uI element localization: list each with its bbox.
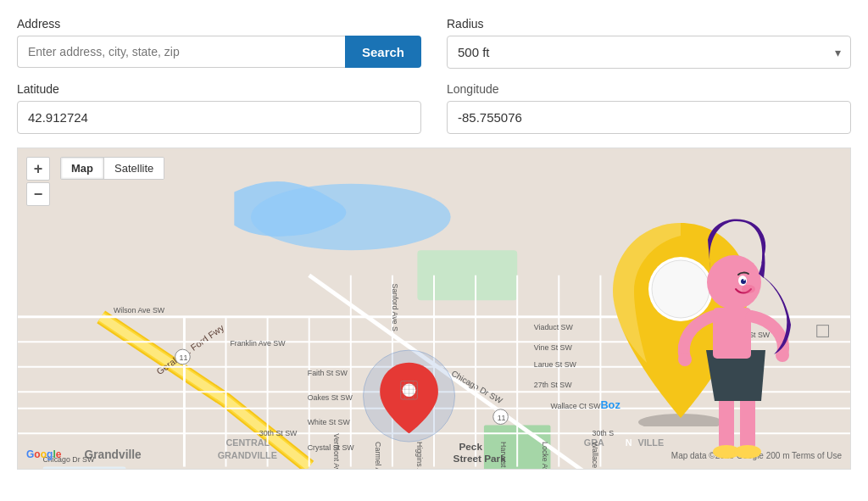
map-type-satellite-button[interactable]: Satellite <box>104 158 164 179</box>
svg-text:VILLE: VILLE <box>638 437 665 448</box>
svg-point-90 <box>742 285 755 293</box>
longitude-group: Longitude <box>447 82 851 134</box>
svg-text:Locke Ave: Locke Ave <box>541 442 549 469</box>
address-input[interactable] <box>17 36 345 68</box>
svg-text:Harvest Ave SW: Harvest Ave SW <box>499 442 508 469</box>
svg-text:11: 11 <box>180 353 188 362</box>
radius-select-wrapper: 500 ft 1000 ft 2000 ft 5000 ft <box>447 36 851 69</box>
map-zoom-controls: + − <box>26 157 50 206</box>
map-type-controls: Map Satellite <box>60 157 164 180</box>
zoom-in-button[interactable]: + <box>26 157 50 181</box>
map-type-map-button[interactable]: Map <box>61 158 103 179</box>
svg-text:White St SW: White St SW <box>308 418 351 426</box>
latitude-input[interactable] <box>17 101 421 134</box>
svg-point-86 <box>707 255 761 309</box>
address-label: Address <box>17 17 421 31</box>
svg-text:Vermont Ave: Vermont Ave <box>332 433 341 469</box>
svg-text:Wilson Ave SW: Wilson Ave SW <box>114 306 165 315</box>
svg-text:Peck: Peck <box>459 441 482 452</box>
svg-point-84 <box>678 353 692 366</box>
svg-text:Carmel Ave: Carmel Ave <box>374 442 382 469</box>
map-container[interactable]: Gerald R. Ford Fwy Chicago Dr SW <box>17 148 851 470</box>
google-logo: Google <box>26 448 61 460</box>
svg-point-81 <box>734 445 761 459</box>
character-illustration <box>664 198 799 469</box>
svg-text:27th St SW: 27th St SW <box>534 381 572 389</box>
latitude-label: Latitude <box>17 82 421 96</box>
svg-text:Crystal St SW: Crystal St SW <box>308 443 355 452</box>
svg-point-88 <box>741 279 746 284</box>
svg-text:30th S: 30th S <box>593 429 615 437</box>
svg-point-89 <box>743 279 745 281</box>
svg-text:30th St SW: 30th St SW <box>259 429 298 437</box>
address-group: Address Search <box>17 17 421 69</box>
svg-rect-48 <box>42 467 125 469</box>
svg-text:Higgins Ave: Higgins Ave <box>415 442 424 469</box>
svg-text:Franklin Ave SW: Franklin Ave SW <box>230 339 286 348</box>
svg-text:Sanford Ave S: Sanford Ave S <box>391 284 399 331</box>
svg-text:Oakes St SW: Oakes St SW <box>308 393 353 402</box>
svg-text:Larue St SW: Larue St SW <box>534 360 577 369</box>
svg-text:Viaduct SW: Viaduct SW <box>534 323 574 331</box>
svg-text:GRANDVILLE: GRANDVILLE <box>218 450 277 460</box>
svg-text:Street Park: Street Park <box>453 453 507 464</box>
search-button[interactable]: Search <box>345 36 421 68</box>
longitude-input[interactable] <box>447 101 851 134</box>
radius-group: Radius 500 ft 1000 ft 2000 ft 5000 ft <box>447 17 851 69</box>
svg-text:CENTRAL: CENTRAL <box>226 437 270 448</box>
svg-text:Vine St SW: Vine St SW <box>534 343 573 352</box>
radius-label: Radius <box>447 17 851 31</box>
longitude-label: Longitude <box>447 82 851 96</box>
address-input-row: Search <box>17 36 421 68</box>
radius-select[interactable]: 500 ft 1000 ft 2000 ft 5000 ft <box>447 36 851 69</box>
svg-text:Wallace Ct SW: Wallace Ct SW <box>550 402 601 410</box>
svg-text:11: 11 <box>498 414 506 422</box>
svg-text:Faith St SW: Faith St SW <box>308 369 348 377</box>
svg-text:Wallace Ave: Wallace Ave <box>591 442 599 469</box>
zoom-out-button[interactable]: − <box>26 182 50 206</box>
svg-rect-1 <box>417 250 517 300</box>
latitude-group: Latitude <box>17 82 421 134</box>
svg-text:N: N <box>626 437 632 448</box>
